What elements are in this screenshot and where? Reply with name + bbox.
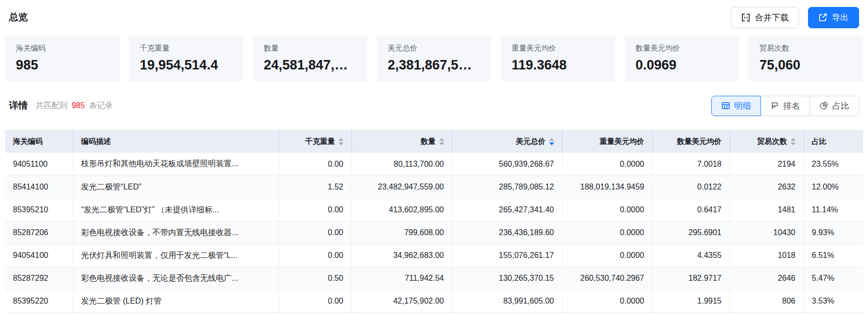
table-cell: 1018 xyxy=(730,244,804,267)
tab-label: 明细 xyxy=(734,100,751,112)
table-cell: 发光二极管“LED” xyxy=(73,176,279,198)
export-icon xyxy=(818,13,827,22)
col-header-description: 编码描述 xyxy=(73,130,279,153)
card-trade-count: 贸易次数 75,060 xyxy=(749,36,863,82)
table-row[interactable]: 85287206彩色电视接收设备，不带内置无线电接收器...0.00799,60… xyxy=(5,221,863,244)
table-cell: 0.00 xyxy=(279,290,351,313)
table-row[interactable]: 85414100发光二极管“LED”1.5223,482,947,559.002… xyxy=(5,176,863,198)
card-label: 贸易次数 xyxy=(759,44,852,53)
export-label: 导出 xyxy=(832,12,849,23)
tab-proportion[interactable]: 占比 xyxy=(810,96,859,116)
table-cell: 9.93% xyxy=(804,221,863,244)
card-customs-code: 海关编码 985 xyxy=(5,36,119,82)
table-cell: 94054100 xyxy=(5,244,73,267)
table-row[interactable]: 85395220发光二极管 (LED) 灯管0.0042,175,902.008… xyxy=(5,290,863,313)
table-cell: 枝形吊灯和其他电动天花板或墙壁照明装置... xyxy=(73,153,279,176)
col-header-proportion: 占比 xyxy=(804,130,863,153)
table-cell: 0.0000 xyxy=(562,153,652,176)
table-cell: 0.0122 xyxy=(652,176,730,198)
tab-label: 排名 xyxy=(783,100,800,112)
card-kg-weight: 千克重量 19,954,514.4 xyxy=(129,36,243,82)
table-cell: 80,113,700.00 xyxy=(351,153,452,176)
table-cell: 发光二极管 (LED) 灯管 xyxy=(73,290,279,313)
table-cell: 155,076,261.17 xyxy=(452,244,562,267)
page: 总览 合并下载 xyxy=(0,6,868,313)
table-cell: 711,942.54 xyxy=(351,267,452,290)
col-header-usd-avg-qty: 数量美元均价 xyxy=(652,130,730,153)
table-cell: 0.0000 xyxy=(562,221,652,244)
card-usd-avg-qty: 数量美元均价 0.0969 xyxy=(625,36,739,82)
match-count: 985 xyxy=(69,101,87,110)
table-row[interactable]: 85287292彩色电视接收设备，无论是否包含无线电广...0.50711,94… xyxy=(5,267,863,290)
table-cell: 83,991,605.00 xyxy=(452,290,562,313)
table-cell: 236,436,189.60 xyxy=(452,221,562,244)
col-header-quantity[interactable]: 数量 xyxy=(351,130,452,153)
table-cell: 彩色电视接收设备，无论是否包含无线电广... xyxy=(73,267,279,290)
table-row[interactable]: 85395210“发光二极管“LED”灯” （未提供详细标...0.00413,… xyxy=(5,198,863,221)
table-cell: 42,175,902.00 xyxy=(351,290,452,313)
table-cell: 260,530,740.2967 xyxy=(562,267,652,290)
table-cell: “发光二极管“LED”灯” （未提供详细标... xyxy=(73,198,279,221)
table-cell: 2646 xyxy=(730,267,804,290)
view-tab-group: 明细 排名 占比 xyxy=(711,96,859,116)
col-header-trade-count[interactable]: 贸易次数 xyxy=(730,130,804,153)
table-row[interactable]: 94051100枝形吊灯和其他电动天花板或墙壁照明装置...0.0080,113… xyxy=(5,153,863,176)
table-cell: 光伏灯具和照明装置，仅用于发光二极管“L... xyxy=(73,244,279,267)
sort-icon[interactable] xyxy=(439,138,444,145)
card-value: 985 xyxy=(16,58,109,73)
table-cell: 0.50 xyxy=(279,267,351,290)
table-body: 94051100枝形吊灯和其他电动天花板或墙壁照明装置...0.0080,113… xyxy=(5,153,863,313)
table-cell: 3.53% xyxy=(804,290,863,313)
details-bar: 详情 共匹配到 985 条记录 明细 xyxy=(5,95,863,116)
table-icon xyxy=(721,101,730,110)
sort-icon[interactable] xyxy=(791,138,796,145)
table-cell: 1481 xyxy=(730,198,804,221)
card-label: 数量 xyxy=(264,44,356,53)
table-cell: 0.00 xyxy=(279,221,351,244)
sort-icon-descending[interactable] xyxy=(549,138,554,145)
pie-icon xyxy=(819,101,828,110)
table-cell: 0.00 xyxy=(279,153,351,176)
card-label: 重量美元均价 xyxy=(512,44,604,53)
merge-download-label: 合并下载 xyxy=(755,12,789,23)
col-header-kg-weight[interactable]: 千克重量 xyxy=(279,130,351,153)
table-cell: 0.0000 xyxy=(562,290,652,313)
table-cell: 413,602,895.00 xyxy=(351,198,452,221)
card-label: 海关编码 xyxy=(16,44,109,53)
table-cell: 130,265,370.15 xyxy=(452,267,562,290)
table-row[interactable]: 94054100光伏灯具和照明装置，仅用于发光二极管“L...0.0034,96… xyxy=(5,244,863,267)
merge-download-button[interactable]: 合并下载 xyxy=(731,7,799,28)
card-label: 千克重量 xyxy=(140,44,232,53)
tab-detail[interactable]: 明细 xyxy=(711,96,761,116)
table-cell: 799,608.00 xyxy=(351,221,452,244)
table-cell: 6.51% xyxy=(804,244,863,267)
table-cell: 4.4355 xyxy=(652,244,730,267)
table-cell: 0.0000 xyxy=(562,198,652,221)
table-cell: 295.6901 xyxy=(652,221,730,244)
card-value: 75,060 xyxy=(759,58,852,73)
table-cell: 85287292 xyxy=(5,267,73,290)
export-button[interactable]: 导出 xyxy=(808,7,859,28)
table-cell: 12.00% xyxy=(804,176,863,198)
records-table: 海关编码 编码描述 千克重量 数量 美元总价 xyxy=(5,130,863,313)
col-header-usd-total[interactable]: 美元总价 xyxy=(452,130,562,153)
table-cell: 85395220 xyxy=(5,290,73,313)
table-cell: 0.6417 xyxy=(652,198,730,221)
table-header-row: 海关编码 编码描述 千克重量 数量 美元总价 xyxy=(5,130,863,153)
table-cell: 85287206 xyxy=(5,221,73,244)
card-value: 2,381,867,5… xyxy=(388,58,480,73)
card-label: 美元总价 xyxy=(388,44,480,53)
table-cell: 彩色电视接收设备，不带内置无线电接收器... xyxy=(73,221,279,244)
table-cell: 188,019,134.9459 xyxy=(562,176,652,198)
table-cell: 0.0000 xyxy=(562,244,652,267)
tab-ranking[interactable]: 排名 xyxy=(760,96,810,116)
sort-icon[interactable] xyxy=(339,138,344,145)
topbar-actions: 合并下载 导出 xyxy=(731,7,859,28)
topbar: 总览 合并下载 xyxy=(5,6,863,28)
summary-cards: 海关编码 985 千克重量 19,954,514.4 数量 24,581,847… xyxy=(5,36,863,82)
flag-icon xyxy=(770,101,779,110)
details-title: 详情 xyxy=(9,99,28,112)
card-value: 24,581,847,… xyxy=(264,58,356,73)
table-cell: 265,427,341.40 xyxy=(452,198,562,221)
table-cell: 182.9717 xyxy=(652,267,730,290)
